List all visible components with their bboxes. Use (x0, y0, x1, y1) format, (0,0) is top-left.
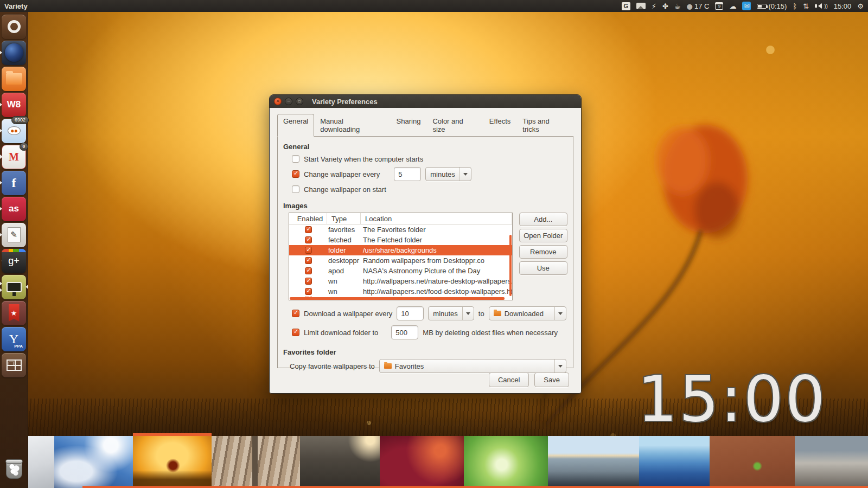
launcher-item-yppa-manager[interactable]: YPPA (2, 327, 26, 351)
use-source-button[interactable]: Use (519, 261, 567, 275)
wallpaper-thumbnail-gray-rocks[interactable] (795, 436, 868, 488)
desktop-clock: 15:00 (637, 362, 827, 435)
wallpaper-thumbnail-frost-branch[interactable] (28, 436, 54, 488)
chevron-down-icon (466, 312, 470, 315)
tab-color-and-size[interactable]: Color and size (426, 114, 483, 136)
calendar-icon[interactable]: 9 (715, 2, 723, 10)
tab-effects[interactable]: Effects (483, 114, 517, 136)
session-gear-icon[interactable]: ⚙ (857, 2, 864, 10)
chevron-down-icon (558, 312, 563, 315)
maximize-window-button[interactable]: ▫ (296, 98, 303, 105)
launcher-item-lastfm[interactable]: as (2, 197, 26, 221)
enabled-checkbox[interactable] (305, 267, 312, 274)
wallpaper-changer-icon[interactable] (636, 3, 646, 9)
thumbnail-strip-scrollbar[interactable] (82, 486, 868, 488)
table-vertical-scrollbar[interactable] (509, 235, 512, 296)
column-location[interactable]: Location (361, 213, 512, 224)
launcher-item-text-editor[interactable]: ✎ (2, 223, 26, 247)
change-on-start-checkbox[interactable] (292, 185, 299, 193)
touchpad-icon[interactable]: ✤ (662, 2, 668, 10)
launcher-item-googleplus[interactable]: g+ (2, 249, 26, 273)
tab-sharing[interactable]: Sharing (391, 114, 427, 136)
table-horizontal-scrollbar[interactable] (290, 297, 505, 300)
tab-manual-downloading[interactable]: Manual downloading (314, 114, 390, 136)
launcher-item-trash[interactable] (2, 457, 26, 481)
running-indicator (0, 281, 2, 286)
start-on-boot-checkbox[interactable] (292, 155, 299, 163)
minimize-window-button[interactable]: − (285, 98, 292, 105)
download-folder-select[interactable]: Downloaded (489, 306, 566, 320)
table-row[interactable]: desktoppr Random wallpapers from Desktop… (289, 255, 512, 266)
table-row[interactable]: wn http://wallpapers.net/nature-desktop-… (289, 276, 512, 286)
change-interval-input[interactable] (394, 167, 421, 181)
table-row[interactable]: favorites The Favorites folder (289, 224, 512, 235)
launcher-item-dash[interactable] (2, 15, 26, 39)
download-interval-input[interactable] (397, 306, 424, 320)
running-indicator (0, 129, 2, 133)
cancel-button[interactable]: Cancel (489, 373, 529, 387)
table-row-selected[interactable]: folder /usr/share/backgrounds (289, 245, 512, 255)
save-button[interactable]: Save (534, 373, 569, 387)
wallpaper-thumbnail-poppy-sunset-selected[interactable] (133, 436, 212, 488)
launcher-item-files[interactable] (2, 67, 26, 91)
window-titlebar[interactable]: ✕ − ▫ Variety Preferences (270, 95, 581, 108)
enabled-checkbox[interactable] (305, 236, 312, 243)
add-source-button[interactable]: Add... (519, 213, 567, 226)
active-app-title[interactable]: Variety (4, 2, 28, 10)
change-on-start-row: Change wallpaper on start (292, 184, 567, 195)
enabled-checkbox[interactable] (305, 288, 312, 295)
caffeine-icon[interactable]: ☕ (674, 2, 681, 10)
launcher-item-reddit[interactable]: 6902 (2, 119, 26, 143)
favorites-folder-select[interactable]: Favorites (379, 359, 566, 373)
launcher-item-gmail[interactable]: 0M (2, 145, 26, 169)
launcher-item-w8[interactable]: W8 (2, 93, 26, 117)
bluetooth-icon[interactable]: ᛒ (793, 2, 797, 10)
launcher-item-browser[interactable] (2, 41, 26, 65)
wallpaper-thumbnail-green-bud[interactable] (710, 436, 795, 488)
remove-source-button[interactable]: Remove (519, 245, 567, 259)
mail-notifier-icon[interactable]: ✉ (742, 2, 751, 10)
wallpaper-thumbnail-blue-mountains[interactable] (639, 436, 710, 488)
wallpaper-thumbnail-sun-rays-clouds[interactable] (54, 436, 133, 488)
table-row[interactable]: apod NASA's Astronomy Picture of the Day (289, 266, 512, 276)
close-window-button[interactable]: ✕ (274, 98, 282, 105)
download-interval-unit-select[interactable]: minutes (428, 306, 474, 320)
launcher-item-variety[interactable] (2, 275, 26, 299)
table-row[interactable]: wn http://wallpapers.net/food-desktop-wa… (289, 286, 512, 297)
launcher-item-workspace-switcher[interactable] (2, 353, 26, 377)
enabled-checkbox[interactable] (305, 226, 312, 233)
change-interval-unit-select[interactable]: minutes (425, 167, 471, 181)
yppa-sub-label: PPA (14, 344, 23, 349)
battery-indicator[interactable]: (0:15) (757, 2, 787, 10)
change-wallpaper-every-checkbox[interactable] (292, 170, 299, 178)
wallpaper-thumbnail-red-abstract[interactable] (380, 436, 464, 488)
limit-folder-checkbox[interactable] (292, 329, 299, 336)
enabled-checkbox[interactable] (305, 247, 312, 254)
launcher-item-facebook[interactable]: f (2, 171, 26, 195)
open-folder-button[interactable]: Open Folder (519, 229, 567, 242)
reddit-alien-icon (8, 126, 21, 135)
column-enabled[interactable]: Enabled (289, 213, 327, 224)
tab-general[interactable]: General (277, 114, 314, 137)
running-indicator (2, 259, 2, 263)
weather-indicator[interactable]: ● 17 C (687, 2, 710, 10)
keyboard-layout-indicator[interactable]: G (622, 2, 630, 10)
weather-cloud-icon[interactable]: ☁ (729, 2, 736, 10)
power-mode-icon[interactable]: ⚡ (652, 2, 656, 10)
wallpaper-thumbnail-green-succulent[interactable] (464, 436, 548, 488)
enabled-checkbox[interactable] (305, 257, 312, 264)
column-type[interactable]: Type (327, 213, 361, 224)
panel-clock[interactable]: 15:00 (834, 2, 852, 10)
enabled-checkbox[interactable] (305, 278, 312, 285)
limit-size-input[interactable] (391, 325, 418, 339)
download-every-checkbox[interactable] (292, 310, 299, 317)
launcher-item-wunderlist[interactable]: ★ (2, 301, 26, 325)
volume-icon[interactable]: )) (815, 3, 828, 9)
network-icon[interactable]: ⇅ (803, 2, 809, 10)
wallpaper-thumbnail-calm-lake[interactable] (548, 436, 639, 488)
weather-icon: ● (687, 2, 693, 10)
wallpaper-thumbnail-frosty-field[interactable] (300, 436, 380, 488)
tab-tips-and-tricks[interactable]: Tips and tricks (516, 114, 573, 136)
wallpaper-thumbnail-roof-tiles[interactable] (212, 436, 300, 488)
table-row[interactable]: fetched The Fetched folder (289, 235, 512, 245)
